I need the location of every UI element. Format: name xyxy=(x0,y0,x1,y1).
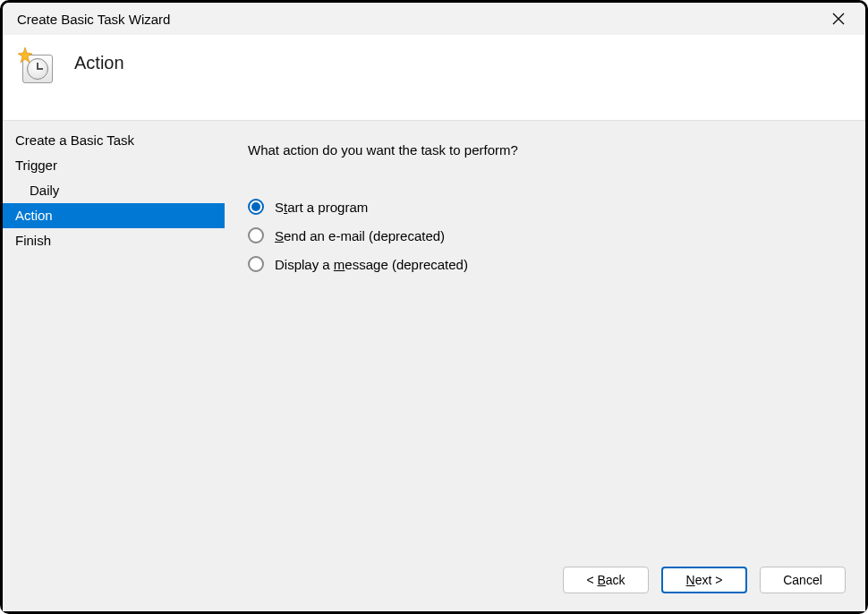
footer: < Back Next > Cancel xyxy=(3,556,865,611)
sidebar-item-action[interactable]: Action xyxy=(3,203,225,228)
sidebar-item-finish[interactable]: Finish xyxy=(3,228,225,253)
clock-icon xyxy=(21,51,53,83)
option-label: Start a program xyxy=(275,200,368,215)
close-icon xyxy=(832,13,845,25)
content-area: What action do you want the task to perf… xyxy=(225,121,865,556)
cancel-button[interactable]: Cancel xyxy=(760,567,846,593)
sidebar: Create a Basic Task Trigger Daily Action… xyxy=(3,121,225,556)
option-display-message[interactable]: Display a message (deprecated) xyxy=(248,256,847,272)
header-band: Action xyxy=(3,35,865,121)
option-send-email[interactable]: Send an e-mail (deprecated) xyxy=(248,227,847,243)
titlebar: Create Basic Task Wizard xyxy=(3,3,865,35)
close-button[interactable] xyxy=(824,7,853,30)
window-title: Create Basic Task Wizard xyxy=(17,12,170,27)
prompt-text: What action do you want the task to perf… xyxy=(248,142,847,158)
option-start-program[interactable]: Start a program xyxy=(248,199,847,215)
page-title: Action xyxy=(74,53,124,73)
sidebar-item-trigger[interactable]: Trigger xyxy=(3,153,225,178)
radio-icon xyxy=(248,199,264,215)
sidebar-item-daily[interactable]: Daily xyxy=(3,178,225,203)
back-button[interactable]: < Back xyxy=(563,567,649,593)
next-button[interactable]: Next > xyxy=(661,567,747,593)
option-label: Display a message (deprecated) xyxy=(275,257,468,272)
radio-icon xyxy=(248,227,264,243)
wizard-body: Create a Basic Task Trigger Daily Action… xyxy=(3,121,865,556)
wizard-window: Create Basic Task Wizard Action Create a… xyxy=(0,0,868,614)
radio-icon xyxy=(248,256,264,272)
sidebar-item-create-basic-task[interactable]: Create a Basic Task xyxy=(3,128,225,153)
option-label: Send an e-mail (deprecated) xyxy=(275,228,445,243)
svg-marker-2 xyxy=(18,47,32,63)
